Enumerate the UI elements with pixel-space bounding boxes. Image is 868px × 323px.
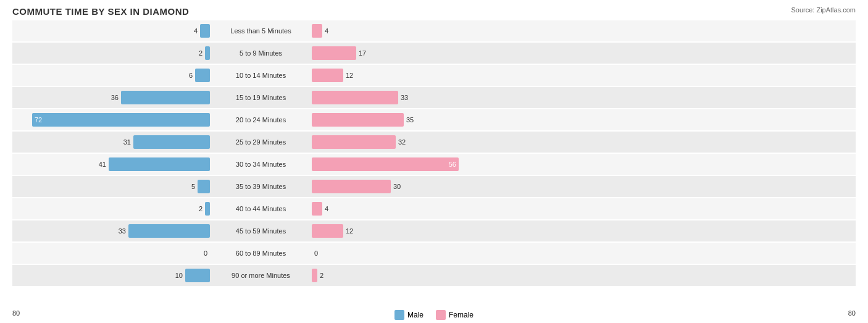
male-bar <box>109 157 210 171</box>
female-bar <box>312 91 398 104</box>
table-row: 3125 to 29 Minutes32 <box>12 132 856 153</box>
row-label: 10 to 14 Minutes <box>210 72 312 79</box>
female-value: 2 <box>320 272 323 279</box>
male-value: 2 <box>199 49 202 57</box>
female-value: 56 <box>449 161 456 168</box>
table-row: 3345 to 59 Minutes12 <box>12 220 856 241</box>
row-label: 35 to 39 Minutes <box>210 183 312 190</box>
chart-area: 4Less than 5 Minutes425 to 9 Minutes1761… <box>12 20 856 275</box>
female-bar <box>312 46 356 60</box>
female-bar <box>312 202 322 216</box>
male-bar <box>121 91 210 104</box>
female-bar: 56 <box>312 157 459 171</box>
male-bar <box>133 135 210 149</box>
table-row: 240 to 44 Minutes4 <box>12 198 856 219</box>
row-label: 60 to 89 Minutes <box>210 250 312 257</box>
male-bar-container: 2 <box>12 46 210 60</box>
male-value: 33 <box>119 227 126 235</box>
male-value: 72 <box>35 116 42 124</box>
male-bar-container: 2 <box>12 202 210 216</box>
legend-male-label: Male <box>407 311 424 319</box>
female-bar <box>312 135 396 149</box>
female-bar-container: 32 <box>312 135 522 149</box>
legend-female-label: Female <box>449 311 474 319</box>
female-bar-container: 12 <box>312 224 522 238</box>
male-bar-container: 41 <box>12 157 210 171</box>
female-value: 4 <box>325 205 328 212</box>
male-value: 4 <box>194 27 198 35</box>
female-bar-container: 56 <box>312 157 522 171</box>
male-bar <box>128 224 210 238</box>
male-value: 6 <box>189 72 193 79</box>
table-row: 7220 to 24 Minutes35 <box>12 109 856 130</box>
male-value: 2 <box>199 205 202 212</box>
chart-title: COMMUTE TIME BY SEX IN DIAMOND <box>12 6 856 17</box>
male-bar <box>195 69 210 82</box>
female-bar <box>312 24 322 38</box>
axis-right-label: 80 <box>848 309 856 317</box>
male-bar <box>205 46 210 60</box>
female-value: 4 <box>325 27 328 35</box>
male-bar <box>185 269 210 282</box>
male-value: 10 <box>175 272 183 279</box>
row-label: Less than 5 Minutes <box>210 27 312 35</box>
female-bar-container: 4 <box>312 24 522 38</box>
female-bar-container: 35 <box>312 113 522 127</box>
female-value: 35 <box>406 116 414 124</box>
table-row: 4Less than 5 Minutes4 <box>12 20 856 41</box>
female-value: 33 <box>401 94 408 101</box>
male-bar-container: 10 <box>12 269 210 282</box>
male-bar-container: 5 <box>12 180 210 193</box>
male-bar <box>205 202 210 216</box>
legend-female: Female <box>436 310 474 320</box>
female-bar <box>312 224 343 238</box>
female-bar-container: 33 <box>312 91 522 104</box>
male-bar: 72 <box>32 113 210 127</box>
table-row: 535 to 39 Minutes30 <box>12 176 856 197</box>
female-value: 12 <box>346 227 353 235</box>
female-value: 32 <box>398 138 406 146</box>
male-bar-container: 72 <box>12 113 210 127</box>
chart-container: COMMUTE TIME BY SEX IN DIAMOND Source: Z… <box>0 0 868 323</box>
legend-male-color <box>394 310 404 320</box>
male-value: 0 <box>204 250 207 257</box>
legend-male: Male <box>394 310 424 320</box>
male-bar <box>200 24 210 38</box>
male-bar-container: 33 <box>12 224 210 238</box>
male-bar-container: 4 <box>12 24 210 38</box>
male-value: 36 <box>111 94 119 101</box>
axis-left-label: 80 <box>12 309 20 317</box>
male-value: 41 <box>99 161 106 168</box>
legend: Male Female <box>394 310 474 320</box>
table-row: 060 to 89 Minutes0 <box>12 243 856 264</box>
table-row: 3615 to 19 Minutes33 <box>12 87 856 108</box>
female-value: 30 <box>393 183 401 190</box>
female-bar-container: 4 <box>312 202 522 216</box>
row-label: 20 to 24 Minutes <box>210 116 312 124</box>
male-bar-container: 6 <box>12 69 210 82</box>
row-label: 30 to 34 Minutes <box>210 161 312 168</box>
legend-female-color <box>436 310 446 320</box>
source-label: Source: ZipAtlas.com <box>791 6 856 14</box>
female-bar-container: 0 <box>312 246 522 260</box>
male-bar-container: 31 <box>12 135 210 149</box>
male-value: 5 <box>191 183 195 190</box>
row-label: 45 to 59 Minutes <box>210 227 312 235</box>
female-bar-container: 2 <box>312 269 522 282</box>
female-bar-container: 17 <box>312 46 522 60</box>
female-bar <box>312 269 317 282</box>
row-label: 25 to 29 Minutes <box>210 138 312 146</box>
male-bar-container: 36 <box>12 91 210 104</box>
row-label: 15 to 19 Minutes <box>210 94 312 101</box>
female-bar-container: 12 <box>312 69 522 82</box>
male-bar <box>198 180 210 193</box>
female-bar <box>312 180 391 193</box>
female-bar <box>312 69 343 82</box>
female-bar <box>312 113 404 127</box>
female-value: 12 <box>346 72 353 79</box>
table-row: 4130 to 34 Minutes56 <box>12 154 856 175</box>
female-bar-container: 30 <box>312 180 522 193</box>
bottom-row: 80 Male Female 80 <box>12 306 856 320</box>
male-bar-container: 0 <box>12 246 210 260</box>
row-label: 5 to 9 Minutes <box>210 49 312 57</box>
